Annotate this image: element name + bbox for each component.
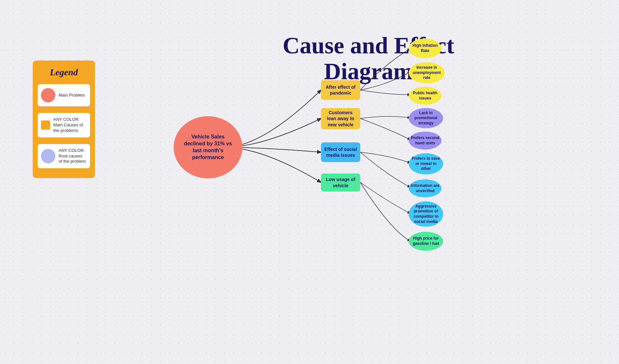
legend-root-causes-icon <box>41 149 55 163</box>
effect-save-invest: Prefers to save or invest in other <box>409 153 443 174</box>
legend-main-problem-label: Main Problem <box>59 93 85 98</box>
effect-second-hand: Prefers second hand units <box>409 132 441 150</box>
main-problem-ellipse: Vehicle Sales declined by 31% vs last mo… <box>174 116 242 178</box>
legend-title: Legend <box>50 67 78 78</box>
effect-gasoline-label: High price for gasoline / fuel <box>411 236 441 246</box>
legend-item-main-problem: Main Problem <box>38 84 90 106</box>
effect-promotional: Lack in promotional strategy <box>409 108 443 128</box>
cause-low-usage-label: Low usage of vehicle <box>324 176 358 188</box>
legend-main-problem-icon <box>41 88 55 102</box>
legend-main-causes-icon <box>41 120 50 130</box>
effect-unverified-label: Information are unverified <box>411 183 440 193</box>
cause-box-social-media: Effect of social media issues <box>321 142 360 162</box>
effect-promotional-label: Lack in promotional strategy <box>411 111 441 126</box>
effect-aggressive-promotion: Aggressive promotion of competitor in so… <box>409 201 443 227</box>
effect-aggressive-promotion-label: Aggressive promotion of competitor in so… <box>411 204 441 224</box>
cause-customers-label: Customers lean away to new vehicle <box>324 110 358 128</box>
effect-high-inflation-label: High Inflation Rate <box>411 43 440 53</box>
cause-social-media-label: Effect of social media issues <box>324 146 358 158</box>
effect-unemployment-label: Increase in unemployment rate <box>411 65 443 81</box>
cause-box-pandemic: After effect of pandemic <box>321 80 360 100</box>
legend-box: Legend Main Problem ANY COLOR: Main Caus… <box>33 61 95 178</box>
cause-pandemic-label: After effect of pandemic <box>324 84 358 96</box>
legend-item-root-causes: ANY COLOR: Root causes of the problem <box>38 144 90 169</box>
effect-second-hand-label: Prefers second hand units <box>411 136 440 146</box>
legend-root-causes-label: ANY COLOR: Root causes of the problem <box>59 148 87 165</box>
effect-public-health: Public health issues <box>409 87 441 105</box>
effect-unemployment: Increase in unemployment rate <box>409 62 445 83</box>
effect-gasoline: High price for gasoline / fuel <box>409 232 443 251</box>
cause-box-customers: Customers lean away to new vehicle <box>321 108 360 129</box>
effect-high-inflation: High Inflation Rate <box>409 39 441 58</box>
effect-public-health-label: Public health issues <box>411 91 440 101</box>
main-problem-label: Vehicle Sales declined by 31% vs last mo… <box>180 134 236 161</box>
legend-item-main-causes: ANY COLOR: Main Causes of the problems <box>38 113 90 137</box>
effect-unverified: Information are unverified <box>409 179 441 197</box>
effect-save-invest-label: Prefers to save or invest in other <box>411 156 441 172</box>
cause-box-low-usage: Low usage of vehicle <box>321 173 360 191</box>
legend-main-causes-label: ANY COLOR: Main Causes of the problems <box>53 117 87 134</box>
